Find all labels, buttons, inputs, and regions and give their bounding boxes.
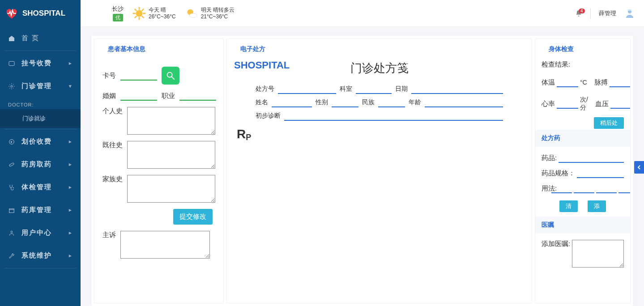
svg-point-10	[189, 13, 197, 17]
name-input[interactable]	[272, 98, 312, 107]
family-hx-textarea[interactable]	[127, 175, 215, 203]
svg-text:¥: ¥	[10, 140, 13, 143]
advice-section-title: 医嘱	[535, 217, 630, 234]
svg-rect-17	[9, 162, 14, 166]
notifications-button[interactable]: 4	[575, 10, 582, 17]
exam-panel-title: 身体检查	[535, 39, 630, 57]
add-button[interactable]: 添	[588, 200, 606, 212]
usage-label: 用法:	[542, 184, 550, 193]
spec-input[interactable]	[577, 168, 624, 178]
user-name[interactable]: 薛管理	[599, 9, 616, 17]
bp-input[interactable]	[610, 99, 630, 109]
svg-point-20	[11, 231, 13, 233]
dept-input[interactable]	[356, 84, 392, 94]
nav-clinic-mgmt[interactable]: 门诊管理 ▾	[0, 75, 81, 98]
nav-label: 用户中心	[21, 229, 52, 237]
home-icon	[8, 35, 15, 42]
marriage-input[interactable]	[120, 91, 157, 101]
usage-input-3[interactable]	[596, 183, 617, 193]
svg-line-8	[142, 9, 144, 10]
pill-icon	[8, 161, 15, 168]
drug-label: 药品:	[542, 154, 557, 162]
age-label: 年龄	[409, 98, 421, 106]
drug-input[interactable]	[559, 153, 624, 163]
temp-input[interactable]	[557, 77, 578, 87]
pulse-label: 脉搏	[594, 78, 608, 87]
today-label: 今天	[149, 7, 159, 13]
dept-label: 科室	[340, 85, 352, 93]
pulse-input[interactable]	[610, 77, 631, 87]
nav-user-center[interactable]: 用户中心 ▸	[0, 221, 81, 244]
process-later-button[interactable]: 稍后处	[594, 117, 624, 129]
avatar[interactable]	[624, 8, 635, 19]
bp-label: 血压	[595, 100, 609, 108]
rxdrug-section-title: 处方药	[535, 130, 630, 147]
side-drawer-toggle[interactable]	[634, 161, 644, 174]
sun-icon	[132, 7, 146, 20]
hr-input[interactable]	[557, 99, 578, 109]
usage-input-2[interactable]	[574, 183, 594, 193]
chevron-right-icon: ▸	[69, 162, 73, 167]
advice-textarea[interactable]	[572, 240, 624, 268]
sun-cloud-icon	[185, 7, 198, 20]
cc-textarea[interactable]	[120, 231, 210, 259]
cardno-label: 卡号	[102, 72, 116, 80]
sex-input[interactable]	[332, 98, 358, 107]
rxno-input[interactable]	[278, 84, 336, 94]
chevron-right-icon: ▸	[69, 230, 73, 236]
panel-title: 患者基本信息	[94, 39, 223, 57]
box-icon	[8, 207, 15, 214]
chevron-right-icon: ▸	[69, 253, 73, 259]
search-button[interactable]	[162, 67, 179, 85]
past-hx-textarea[interactable]	[127, 141, 215, 169]
nation-input[interactable]	[378, 98, 405, 107]
search-icon	[166, 71, 175, 81]
date-input[interactable]	[411, 84, 503, 94]
panel-right: 身体检查 检查结果: 体温 °C 脉搏 次/分 更 心率 次/分	[535, 38, 631, 303]
sidebar: 首 页 挂号收费 ▸ 门诊管理 ▾ DOCTOR: 门诊就诊 ¥ 划价收费 ▸ …	[0, 27, 81, 306]
sex-label: 性别	[316, 98, 328, 106]
spec-label: 药品规格：	[542, 169, 575, 178]
hr-unit: 次/分	[580, 96, 588, 112]
nav-pricing[interactable]: ¥ 划价收费 ▸	[0, 130, 81, 153]
submit-edit-button[interactable]: 提交修改	[173, 209, 213, 225]
job-input[interactable]	[179, 91, 216, 101]
nav-drug-store[interactable]: 药库管理 ▸	[0, 199, 81, 221]
svg-point-0	[136, 10, 143, 17]
age-input[interactable]	[425, 98, 503, 107]
panel-patient-info: 患者基本信息 卡号 婚姻 职业 个人史	[94, 38, 224, 303]
tomorrow-temp: 21°C~36°C	[201, 13, 235, 20]
svg-line-6	[142, 16, 144, 17]
wrench-icon	[8, 252, 15, 259]
usage-input-1[interactable]	[551, 183, 572, 193]
nav-label: 药库管理	[21, 206, 52, 214]
nav-home[interactable]: 首 页	[0, 27, 81, 50]
chevron-right-icon: ▸	[69, 139, 73, 144]
user-icon	[8, 230, 15, 237]
exam-result-label: 检查结果:	[542, 60, 624, 69]
hr-label: 心率	[542, 100, 555, 108]
panel-title: 电子处方	[227, 39, 532, 57]
personal-hx-textarea[interactable]	[127, 107, 215, 135]
gear-icon	[8, 83, 15, 90]
temp-unit: °C	[580, 79, 587, 86]
clear-button[interactable]: 清	[559, 200, 578, 212]
svg-line-7	[135, 16, 136, 17]
predx-label: 初步诊断	[256, 112, 281, 120]
nav-registration[interactable]: 挂号收费 ▸	[0, 52, 81, 75]
nav-system[interactable]: 系统维护 ▸	[0, 244, 81, 267]
nav-physical-exam[interactable]: 体检管理 ▸	[0, 176, 81, 199]
add-advice-label: 添加医嘱:	[542, 240, 570, 248]
chevron-right-icon: ▸	[69, 207, 73, 213]
temp-label: 体温	[542, 78, 555, 87]
cardno-input[interactable]	[120, 71, 157, 81]
nav-label: 系统维护	[21, 251, 52, 260]
name-label: 姓名	[256, 98, 268, 106]
chevron-left-icon	[637, 165, 641, 170]
predx-input[interactable]	[284, 111, 503, 121]
usage-input-4[interactable]	[618, 183, 630, 193]
rp-symbol: RP	[233, 123, 525, 141]
nav-pharmacy[interactable]: 药房取药 ▸	[0, 153, 81, 176]
nav-sub-clinic-visit[interactable]: 门诊就诊	[0, 109, 81, 128]
weather-block: 长沙 优 今天 晴 26°C~36°C 明天 晴转多云 21°C~36°C	[112, 5, 235, 21]
